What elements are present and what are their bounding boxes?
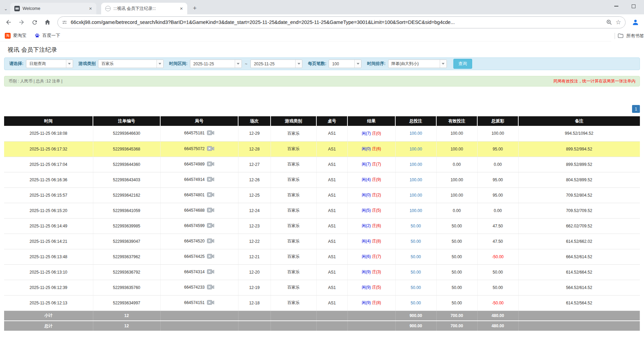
cell-payout: -50.00 <box>477 249 518 264</box>
result-banker: 庄(8) <box>372 300 381 305</box>
total-bet-link[interactable]: 50.00 <box>411 270 421 275</box>
cell-table-no: AS1 <box>316 203 347 218</box>
profile-button[interactable] <box>630 16 641 28</box>
back-button[interactable] <box>3 16 14 28</box>
dropdown-arrow-icon[interactable] <box>235 60 242 68</box>
site-info-icon[interactable] <box>62 19 67 25</box>
round-video-icon[interactable] <box>207 300 214 306</box>
game-type-dropdown[interactable]: 百家乐 <box>98 60 164 68</box>
per-page-dropdown[interactable]: 100 <box>329 60 361 68</box>
page-1-button[interactable]: 1 <box>632 105 640 113</box>
column-header: 注单编号 <box>93 116 160 126</box>
new-tab-button[interactable]: + <box>190 3 200 13</box>
dropdown-arrow-icon[interactable] <box>440 60 447 68</box>
dropdown-arrow-icon[interactable] <box>354 60 361 68</box>
tab-close-icon[interactable]: × <box>178 5 184 12</box>
bookmark-baidu[interactable]: 百度一下 <box>35 32 60 39</box>
date-end-value: 2025-11-25 <box>254 62 275 66</box>
cell-time: 2025-11-25 06:13:48 <box>4 249 93 264</box>
globe-favicon <box>105 6 111 11</box>
cell-valid-bet: 100.00 <box>436 187 477 203</box>
round-id-text: 664574914 <box>184 177 205 182</box>
minimize-button[interactable] <box>608 0 625 12</box>
cell-table-no: AS1 <box>316 234 347 249</box>
result-player: 闲(9) <box>362 269 371 274</box>
cell-payout: 47.50 <box>477 234 518 249</box>
result-player: 闲(7) <box>362 131 371 136</box>
round-video-icon[interactable] <box>207 146 214 152</box>
tab-betrecord[interactable]: :::视讯 会员下注纪录::: × <box>101 3 187 14</box>
cell-round-id: 664574233 <box>160 280 238 295</box>
home-button[interactable] <box>42 16 53 28</box>
result-banker: 庄(2) <box>372 193 381 197</box>
maximize-button[interactable] <box>625 0 642 12</box>
round-video-icon[interactable] <box>207 130 214 136</box>
table-row: 2025-11-25 06:15:57 522993642162 6645748… <box>4 187 640 203</box>
cell-total-bet: 50.00 <box>395 295 436 311</box>
tab-welcome[interactable]: Welcome × <box>10 3 96 14</box>
cell-valid-bet: 100.00 <box>436 141 477 157</box>
cell-table-no: AS1 <box>316 280 347 295</box>
cell-game-type: 百家乐 <box>271 280 316 295</box>
round-video-icon[interactable] <box>207 269 214 275</box>
round-video-icon[interactable] <box>207 285 214 291</box>
sort-dropdown[interactable]: 降幂(由大到小) <box>388 60 447 68</box>
round-video-icon[interactable] <box>207 192 214 198</box>
round-video-icon[interactable] <box>207 238 214 245</box>
minimize-icon <box>614 6 618 6</box>
round-video-icon[interactable] <box>207 177 214 183</box>
total-bet-link[interactable]: 100.00 <box>410 208 422 213</box>
date-start-dropdown[interactable]: 2025-11-25 <box>190 60 242 68</box>
tab-search-chevron-icon[interactable]: ⌄ <box>1 3 10 14</box>
column-header: 游戏类别 <box>271 116 316 126</box>
url-bar[interactable]: 66cxkj98.com/game/betrecord_search/kind3… <box>57 16 626 28</box>
query-type-dropdown[interactable]: 日期查询 <box>26 60 73 68</box>
cell-time: 2025-11-25 06:14:49 <box>4 218 93 234</box>
zoom-icon[interactable] <box>606 19 612 25</box>
cell-time: 2025-11-25 06:12:13 <box>4 295 93 311</box>
total-bet-link[interactable]: 50.00 <box>411 239 421 244</box>
cell-game-type: 百家乐 <box>271 249 316 264</box>
bet-records-table: 时间注单编号局号场次游戏类别桌号结果总投注有效投注总派彩备注 2025-11-2… <box>4 116 640 331</box>
url-text[interactable]: 66cxkj98.com/game/betrecord_search/kind3… <box>71 19 603 25</box>
total-bet-link[interactable]: 100.00 <box>410 193 422 198</box>
cell-result: 闲(7) 庄(7) <box>347 157 395 172</box>
round-id-text: 664574801 <box>184 193 205 197</box>
cell-session: 12-22 <box>238 234 271 249</box>
column-header: 结果 <box>347 116 395 126</box>
result-banker: 庄(3) <box>372 269 381 274</box>
cell-bet-id: 522993641059 <box>93 203 160 218</box>
total-bet-link[interactable]: 100.00 <box>410 147 422 152</box>
table-row: 2025-11-25 06:18:08 522993646630 6645751… <box>4 126 640 141</box>
result-banker: 庄(7) <box>372 162 381 167</box>
cell-game-type: 百家乐 <box>271 218 316 234</box>
dropdown-arrow-icon[interactable] <box>295 60 302 68</box>
round-video-icon[interactable] <box>207 208 214 214</box>
total-bet-link[interactable]: 50.00 <box>411 224 421 228</box>
cell-game-type: 百家乐 <box>271 295 316 311</box>
query-button[interactable]: 查询 <box>453 59 472 69</box>
bookmark-taobao[interactable]: 淘 爱淘宝 <box>5 32 26 39</box>
total-bet-link[interactable]: 50.00 <box>411 254 421 259</box>
round-video-icon[interactable] <box>207 161 214 168</box>
table-row: 2025-11-25 06:17:32 522993645368 6645750… <box>4 141 640 157</box>
total-bet-link[interactable]: 100.00 <box>410 131 422 136</box>
forward-button[interactable] <box>16 16 27 28</box>
cell-payout: 95.00 <box>477 187 518 203</box>
total-bet-link[interactable]: 100.00 <box>410 177 422 182</box>
bookmarks-separator <box>615 33 615 39</box>
round-video-icon[interactable] <box>207 223 214 229</box>
dropdown-arrow-icon[interactable] <box>156 60 163 68</box>
total-bet-link[interactable]: 50.00 <box>411 285 421 290</box>
bookmark-star-icon[interactable]: ☆ <box>616 19 621 25</box>
all-bookmarks[interactable]: 所有书签 <box>611 30 644 41</box>
footer-valid-bet: 700.00 <box>436 321 477 331</box>
date-end-dropdown[interactable]: 2025-11-25 <box>250 60 302 68</box>
total-bet-link[interactable]: 100.00 <box>410 162 422 167</box>
cell-session: 12-24 <box>238 203 271 218</box>
dropdown-arrow-icon[interactable] <box>66 60 73 68</box>
reload-button[interactable] <box>29 16 40 28</box>
total-bet-link[interactable]: 50.00 <box>411 301 421 305</box>
tab-close-icon[interactable]: × <box>87 5 94 12</box>
round-video-icon[interactable] <box>207 254 214 260</box>
